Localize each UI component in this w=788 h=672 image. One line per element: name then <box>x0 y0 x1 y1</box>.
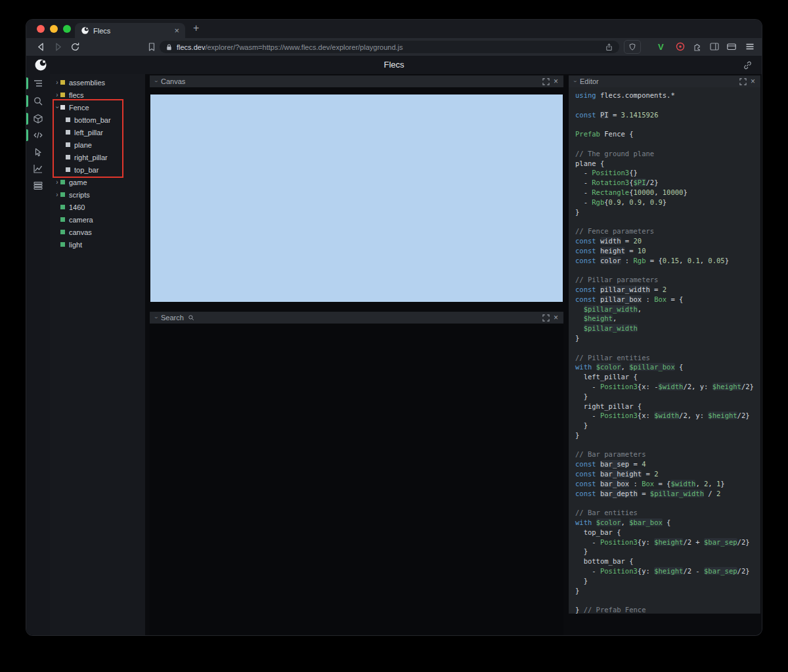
code-line: const bar_depth = $pillar_width / 2 <box>575 489 760 499</box>
tree-item-plane[interactable]: plane <box>50 138 145 151</box>
new-tab-button[interactable]: + <box>193 22 199 34</box>
code-line: bottom_bar { <box>575 556 760 566</box>
tree-item-left_pillar[interactable]: left_pillar <box>50 126 145 138</box>
charts-tool-button[interactable] <box>26 161 50 177</box>
tool-strip <box>26 74 50 635</box>
tree-item-flecs[interactable]: ›flecs <box>50 89 145 101</box>
search-icon <box>188 314 194 321</box>
canvas-panel-header[interactable]: › Canvas × <box>150 75 563 87</box>
lock-icon <box>165 43 173 51</box>
code-area[interactable]: using flecs.components.* const PI = 3.14… <box>575 91 760 614</box>
code-line <box>575 119 760 129</box>
browser-tab-flecs[interactable]: Flecs × <box>75 23 185 38</box>
code-line: } <box>575 421 760 430</box>
chevron-right-icon[interactable]: › <box>54 91 60 98</box>
tree-item-game[interactable]: ›game <box>50 176 145 188</box>
shield-extension-button[interactable] <box>624 40 641 54</box>
forward-button[interactable] <box>53 41 64 52</box>
code-line: const width = 20 <box>575 236 760 246</box>
tree-item-camera[interactable]: camera <box>50 213 145 226</box>
canvas-panel-title: Canvas <box>161 77 185 85</box>
tab-close-icon[interactable]: × <box>174 26 179 35</box>
code-line: const PI = 3.1415926 <box>575 110 760 120</box>
expand-icon[interactable] <box>542 78 550 85</box>
code-line <box>575 595 760 605</box>
chevron-right-icon[interactable]: › <box>54 191 60 198</box>
wallet-card-icon[interactable] <box>726 41 737 52</box>
canvas-viewport[interactable] <box>150 94 563 302</box>
app-header: Flecs <box>26 56 762 74</box>
search-panel-header[interactable]: › Search × <box>150 312 563 324</box>
entities-tool-button[interactable] <box>26 111 50 127</box>
minimize-window-button[interactable] <box>50 25 58 33</box>
chevron-right-icon[interactable]: › <box>54 79 60 86</box>
tree-item-light[interactable]: light <box>50 238 145 251</box>
code-line: using flecs.components.* <box>575 91 760 100</box>
code-editor[interactable]: using flecs.components.* const PI = 3.14… <box>569 87 760 614</box>
line-chart-icon <box>33 163 43 174</box>
code-line: const color : Rgb = {0.15, 0.1, 0.05} <box>575 256 760 266</box>
maximize-window-button[interactable] <box>63 25 71 33</box>
bookmark-icon[interactable] <box>146 41 157 52</box>
code-line: - Rgb{0.9, 0.9, 0.9} <box>575 198 760 207</box>
tree-item-Fence[interactable]: ›Fence <box>50 101 145 114</box>
url-bar[interactable]: flecs.dev/explorer/?wasm=https://www.fle… <box>160 41 619 53</box>
tree-item-canvas[interactable]: canvas <box>50 226 145 238</box>
tree-item-label: bottom_bar <box>74 116 111 124</box>
tree-item-assemblies[interactable]: ›assemblies <box>50 76 145 89</box>
code-line: - Position3{y: $height/2 + $bar_sep/2} <box>575 537 760 547</box>
chevron-down-icon[interactable]: › <box>572 81 579 83</box>
browser-window: Flecs × + flecs.dev/explorer/?wasm=https… <box>26 20 762 635</box>
script-tool-button[interactable] <box>26 127 50 143</box>
share-icon[interactable] <box>605 43 613 52</box>
extensions-puzzle-icon[interactable] <box>692 41 703 52</box>
entity-color-square <box>60 105 65 110</box>
close-window-button[interactable] <box>37 25 45 33</box>
tree-item-top_bar[interactable]: top_bar <box>50 163 145 176</box>
tab-strip: Flecs × + <box>26 20 762 38</box>
code-line: - Position3{x: $width/2, y: $height/2} <box>575 411 760 421</box>
code-line: } <box>575 333 760 343</box>
code-line: - Position3{x: -$width/2, y: $height/2} <box>575 382 760 392</box>
entity-color-square <box>60 180 65 184</box>
reload-button[interactable] <box>70 41 81 52</box>
chevron-down-icon[interactable]: › <box>153 317 160 319</box>
chevron-down-icon[interactable]: › <box>153 81 160 83</box>
stats-tool-button[interactable] <box>26 178 50 194</box>
tree-item-label: right_pillar <box>74 154 108 161</box>
tree-item-label: game <box>69 178 87 186</box>
expand-icon[interactable] <box>542 314 550 322</box>
tree-item-scripts[interactable]: ›scripts <box>50 188 145 201</box>
code-line <box>575 440 760 450</box>
close-icon[interactable]: × <box>554 77 558 86</box>
record-icon[interactable] <box>675 41 686 52</box>
shield-icon <box>628 43 636 51</box>
tree-item-label: scripts <box>69 191 90 199</box>
code-line: left_pillar { <box>575 372 760 382</box>
link-icon[interactable] <box>743 60 753 70</box>
expand-icon[interactable] <box>739 78 747 85</box>
tree-item-1460[interactable]: 1460 <box>50 201 145 213</box>
code-line: const bar_sep = 4 <box>575 459 760 469</box>
menu-hamburger-icon[interactable] <box>745 41 755 52</box>
inspect-tool-button[interactable] <box>26 144 50 160</box>
chevron-down-icon[interactable]: › <box>54 104 61 111</box>
entity-color-square <box>60 205 65 209</box>
editor-panel-header[interactable]: › Editor × <box>569 75 760 87</box>
code-line: } // Prefab Fence <box>575 605 760 614</box>
chevron-right-icon[interactable]: › <box>54 178 60 186</box>
sidebar-toggle-icon[interactable] <box>709 41 720 52</box>
back-button[interactable] <box>35 41 47 52</box>
close-icon[interactable]: × <box>554 313 558 322</box>
tree-item-right_pillar[interactable]: right_pillar <box>50 151 145 163</box>
entity-tree-tool-button[interactable] <box>26 75 50 91</box>
tree-item-bottom_bar[interactable]: bottom_bar <box>50 114 145 126</box>
cursor-inspect-icon <box>33 147 43 158</box>
close-icon[interactable]: × <box>751 77 755 86</box>
query-tool-button[interactable] <box>26 93 50 109</box>
v-extension-icon[interactable]: V <box>658 42 664 52</box>
code-line: // The ground plane <box>575 149 760 159</box>
entity-color-square <box>60 242 65 247</box>
window-controls <box>37 25 71 33</box>
code-line: Prefab Fence { <box>575 129 760 139</box>
